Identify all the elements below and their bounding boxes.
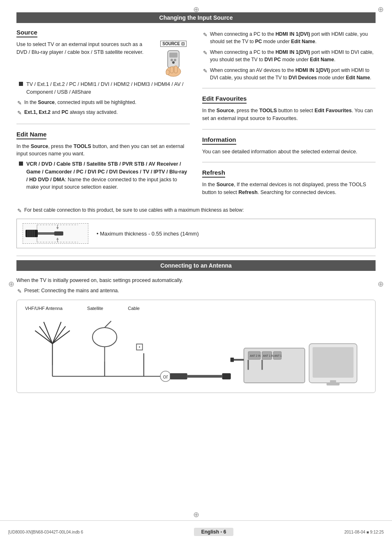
cable-note-text: For best cable connection to this produc… bbox=[24, 206, 244, 214]
footer-center: English - 6 bbox=[194, 528, 234, 536]
source-note1-text: In the Source, connected inputs will be … bbox=[24, 99, 136, 106]
svg-point-3 bbox=[174, 59, 176, 61]
compass-mark-bot: ⊕ bbox=[193, 510, 199, 519]
source-button-label: SOURCE ⊡ bbox=[160, 41, 187, 47]
antenna-intro: When the TV is initially powered on, bas… bbox=[16, 277, 376, 284]
divider2 bbox=[202, 88, 376, 88]
footer: [UD8000-XN]BN68-03442T-00L04.indb 6 Engl… bbox=[0, 520, 392, 543]
antenna-labels: VHF/UHF Antenna Satellite Cable bbox=[25, 306, 367, 311]
antenna-diagram-svg: ⊡ or ANT 2 IN ANT 1 IN bbox=[25, 313, 367, 387]
refresh-text: In the Source, If the external devices i… bbox=[202, 181, 376, 196]
compass-mark-midright: ⊕ bbox=[378, 280, 384, 289]
svg-text:⊡: ⊡ bbox=[135, 341, 144, 352]
svg-point-4 bbox=[172, 61, 175, 64]
right-note2-text: When connecting a PC to the HDMI IN 1(DV… bbox=[210, 49, 376, 63]
cable-svg bbox=[25, 224, 86, 243]
svg-rect-42 bbox=[222, 373, 231, 379]
source-image-area: SOURCE ⊡ bbox=[157, 41, 190, 78]
svg-point-32 bbox=[92, 327, 117, 347]
edit-favourites-text: In the Source, press the TOOLS button to… bbox=[202, 107, 376, 122]
source-text: Use to select TV or an external input so… bbox=[16, 41, 153, 59]
antenna-section: Connecting to an Antenna When the TV is … bbox=[16, 260, 376, 393]
antenna-label-cable: Cable bbox=[128, 306, 140, 311]
compass-mark-topright: ⊕ bbox=[378, 5, 384, 14]
divider5 bbox=[16, 256, 376, 256]
right-note1: ✎ When connecting a PC to the HDMI IN 1(… bbox=[203, 30, 376, 45]
antenna-label-vhf: VHF/UHF Antenna bbox=[25, 306, 62, 311]
divider1 bbox=[16, 124, 190, 124]
svg-rect-16 bbox=[25, 230, 38, 237]
edit-name-bullet: VCR / DVD / Cable STB / Satellite STB / … bbox=[19, 160, 190, 191]
right-note3: ✎ When connecting an AV devices to the H… bbox=[203, 67, 376, 81]
svg-rect-6 bbox=[170, 67, 173, 73]
source-bullet: TV / Ext.1 / Ext.2 / PC / HDMI1 / DVI / … bbox=[19, 81, 190, 96]
edit-name-title: Edit Name bbox=[16, 131, 46, 139]
antenna-diagram-box: VHF/UHF Antenna Satellite Cable bbox=[16, 300, 376, 393]
svg-marker-13 bbox=[56, 227, 59, 229]
cable-note-bullet: • Maximum thickness - 0.55 inches (14mm) bbox=[97, 231, 199, 237]
bullet-square-icon bbox=[19, 82, 23, 86]
section2-header: Connecting to an Antenna bbox=[16, 260, 376, 271]
edit-name-intro: In the Source, press the TOOLS button, a… bbox=[16, 143, 190, 158]
svg-line-33 bbox=[105, 321, 111, 328]
compass-mark-midleft: ⊕ bbox=[8, 280, 14, 289]
cable-diagram-box: • Maximum thickness - 0.55 inches (14mm) bbox=[16, 219, 376, 248]
svg-text:ANT 2 IN: ANT 2 IN bbox=[250, 354, 261, 357]
svg-rect-7 bbox=[174, 66, 178, 73]
main-two-col: Source Use to select TV or an external i… bbox=[16, 29, 376, 199]
note-pencil-icon7: ✎ bbox=[17, 287, 22, 296]
source-note2-text: Ext.1, Ext.2 and PC always stay activate… bbox=[24, 109, 118, 116]
svg-text:or: or bbox=[163, 373, 168, 379]
svg-text:ANT 1: ANT 1 bbox=[274, 354, 282, 357]
note-pencil-icon2: ✎ bbox=[17, 109, 22, 117]
svg-rect-40 bbox=[170, 373, 187, 379]
edit-favourites-title: Edit Favourites bbox=[202, 95, 247, 104]
divider3 bbox=[202, 129, 376, 129]
svg-point-2 bbox=[171, 59, 173, 61]
edit-name-bullet-text: VCR / DVD / Cable STB / Satellite STB / … bbox=[26, 160, 190, 191]
svg-marker-15 bbox=[56, 238, 59, 240]
source-intro: Use to select TV or an external input so… bbox=[16, 41, 153, 56]
information-text: You can see detailed information about t… bbox=[202, 148, 376, 156]
svg-rect-53 bbox=[330, 380, 336, 384]
note-pencil-icon5: ✎ bbox=[203, 67, 208, 75]
left-column: Source Use to select TV or an external i… bbox=[16, 29, 190, 199]
information-title: Information bbox=[202, 136, 236, 145]
refresh-title: Refresh bbox=[202, 169, 225, 178]
right-note3-text: When connecting an AV devices to the HDM… bbox=[210, 67, 376, 81]
svg-rect-57 bbox=[231, 358, 234, 362]
source-title: Source bbox=[16, 29, 37, 37]
right-note2: ✎ When connecting a PC to the HDMI IN 1(… bbox=[203, 49, 376, 63]
note-pencil-icon: ✎ bbox=[17, 99, 22, 107]
source-bullet-text: TV / Ext.1 / Ext.2 / PC / HDMI1 / DVI / … bbox=[26, 81, 190, 96]
antenna-label-satellite: Satellite bbox=[87, 306, 103, 311]
cable-diagram bbox=[23, 223, 88, 244]
antenna-note-text: Preset: Connecting the mains and antenna… bbox=[24, 287, 119, 294]
note-pencil-icon4: ✎ bbox=[203, 49, 208, 57]
remote-hand-svg bbox=[159, 49, 188, 78]
svg-rect-51 bbox=[313, 347, 354, 377]
source-note1: ✎ In the Source, connected inputs will b… bbox=[17, 99, 190, 107]
source-note2: ✎ Ext.1, Ext.2 and PC always stay activa… bbox=[17, 109, 190, 117]
note-pencil-icon3: ✎ bbox=[203, 31, 208, 39]
right-column: ✎ When connecting a PC to the HDMI IN 1(… bbox=[202, 29, 376, 199]
page: ⊕ ⊕ ⊕ ⊕ Changing the Input Source Source… bbox=[0, 0, 392, 543]
source-area: Use to select TV or an external input so… bbox=[16, 41, 190, 78]
footer-left: [UD8000-XN]BN68-03442T-00L04.indb 6 bbox=[8, 530, 83, 534]
svg-rect-1 bbox=[169, 53, 178, 58]
svg-rect-8 bbox=[166, 70, 169, 75]
right-note1-text: When connecting a PC to the HDMI IN 1(DV… bbox=[210, 30, 376, 45]
svg-rect-21 bbox=[38, 232, 54, 235]
bullet-square-icon2 bbox=[19, 162, 23, 166]
divider4 bbox=[202, 162, 376, 162]
cable-note-line: ✎ For best cable connection to this prod… bbox=[17, 206, 376, 215]
svg-rect-22 bbox=[54, 231, 63, 236]
compass-mark-top: ⊕ bbox=[193, 5, 199, 14]
svg-text:ANT 1 IN: ANT 1 IN bbox=[263, 354, 274, 357]
antenna-note: ✎ Preset: Connecting the mains and anten… bbox=[17, 287, 376, 296]
footer-right: 2011-08-04 ■ 9:12:25 bbox=[344, 530, 384, 534]
note-pencil-icon6: ✎ bbox=[17, 207, 22, 215]
